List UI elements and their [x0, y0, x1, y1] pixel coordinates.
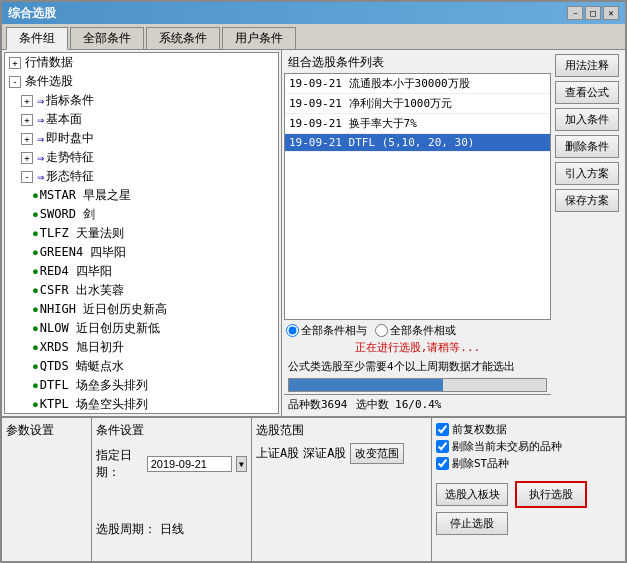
date-row: 指定日期： ▼: [96, 447, 247, 481]
action-area: 选股入板块 执行选股 停止选股: [436, 481, 621, 535]
expand-realtime[interactable]: +: [21, 133, 33, 145]
window-title: 综合选股: [8, 5, 56, 22]
checkbox-exclude-inactive[interactable]: [436, 440, 449, 453]
stock-count: 品种数3694: [288, 397, 348, 412]
buttons-column: 用法注释 查看公式 加入条件 删除条件 引入方案 保存方案: [551, 52, 623, 414]
date-label: 指定日期：: [96, 447, 143, 481]
stock-range-row: 上证A股 深证A股 改变范围: [256, 443, 427, 464]
radio-or[interactable]: 全部条件相或: [375, 323, 456, 338]
tree-item-dtfl[interactable]: ● DTFL 场垒多头排列: [5, 376, 278, 395]
tree-area[interactable]: + 行情数据 - 条件选股 + ⇒ 指标条件 + ⇒ 基本面: [4, 52, 279, 414]
tree-item-realtime[interactable]: + ⇒ 即时盘中: [5, 129, 278, 148]
condition-list-area: 组合选股条件列表 19-09-21 流通股本小于30000万股 19-09-21…: [284, 52, 551, 414]
checkbox-row-2: 剔除当前未交易的品种: [436, 439, 621, 454]
view-formula-button[interactable]: 查看公式: [555, 81, 619, 104]
progress-bar-fill: [289, 379, 443, 391]
expand-index[interactable]: +: [21, 95, 33, 107]
expand-condition-stock[interactable]: -: [9, 76, 21, 88]
expand-market-data[interactable]: +: [9, 57, 21, 69]
checkbox-row-3: 剔除ST品种: [436, 456, 621, 471]
tree-item-pattern[interactable]: - ⇒ 形态特征: [5, 167, 278, 186]
add-condition-button[interactable]: 加入条件: [555, 108, 619, 131]
right-panel: 组合选股条件列表 19-09-21 流通股本小于30000万股 19-09-21…: [282, 50, 625, 416]
expand-pattern[interactable]: -: [21, 171, 33, 183]
tree-label-nhigh: NHIGH 近日创历史新高: [40, 301, 167, 318]
tree-label-realtime: 即时盘中: [46, 130, 94, 147]
period-label: 选股周期：: [96, 521, 156, 538]
tree-item-nhigh[interactable]: ● NHIGH 近日创历史新高: [5, 300, 278, 319]
execute-button[interactable]: 执行选股: [515, 481, 587, 508]
main-content: + 行情数据 - 条件选股 + ⇒ 指标条件 + ⇒ 基本面: [2, 50, 625, 416]
tree-item-green4[interactable]: ● GREEN4 四毕阳: [5, 243, 278, 262]
condition-item-1[interactable]: 19-09-21 流通股本小于30000万股: [285, 74, 550, 94]
range-shenzhen: 深证A股: [303, 445, 346, 462]
tree-item-ktpl[interactable]: ● KTPL 场垒空头排列: [5, 395, 278, 414]
condition-item-2[interactable]: 19-09-21 净利润大于1000万元: [285, 94, 550, 114]
tree-label-condition-stock: 条件选股: [25, 73, 73, 90]
tree-label-trend: 走势特征: [46, 149, 94, 166]
expand-basic[interactable]: +: [21, 114, 33, 126]
radio-group: 全部条件相与 全部条件相或: [286, 323, 456, 338]
checkbox-row-1: 前复权数据: [436, 422, 621, 437]
radio-or-label: 全部条件相或: [390, 323, 456, 338]
tree-label-red4: RED4 四毕阳: [40, 263, 112, 280]
close-button[interactable]: ✕: [603, 6, 619, 20]
tree-label-pattern: 形态特征: [46, 168, 94, 185]
tree-item-qtds[interactable]: ● QTDS 蜻蜓点水: [5, 357, 278, 376]
param-title: 参数设置: [6, 422, 87, 439]
add-to-board-button[interactable]: 选股入板块: [436, 483, 508, 506]
tree-item-basic[interactable]: + ⇒ 基本面: [5, 110, 278, 129]
tree-item-index-condition[interactable]: + ⇒ 指标条件: [5, 91, 278, 110]
left-panel: + 行情数据 - 条件选股 + ⇒ 指标条件 + ⇒ 基本面: [2, 50, 282, 416]
save-plan-button[interactable]: 保存方案: [555, 189, 619, 212]
tab-all-conditions[interactable]: 全部条件: [70, 27, 144, 49]
condition-section-title: 条件设置: [96, 422, 247, 439]
radio-and[interactable]: 全部条件相与: [286, 323, 367, 338]
tree-item-market-data[interactable]: + 行情数据: [5, 53, 278, 72]
tree-label-green4: GREEN4 四毕阳: [40, 244, 127, 261]
date-dropdown-button[interactable]: ▼: [236, 456, 247, 472]
condition-list[interactable]: 19-09-21 流通股本小于30000万股 19-09-21 净利润大于100…: [284, 73, 551, 320]
right-top: 组合选股条件列表 19-09-21 流通股本小于30000万股 19-09-21…: [284, 52, 623, 414]
restore-button[interactable]: □: [585, 6, 601, 20]
checkbox-exclude-st-label: 剔除ST品种: [452, 456, 509, 471]
stop-button[interactable]: 停止选股: [436, 512, 508, 535]
tree-label-qtds: QTDS 蜻蜓点水: [40, 358, 124, 375]
minimize-button[interactable]: －: [567, 6, 583, 20]
range-shanghai: 上证A股: [256, 445, 299, 462]
radio-and-input[interactable]: [286, 324, 299, 337]
expand-trend[interactable]: +: [21, 152, 33, 164]
checkbox-exclude-st[interactable]: [436, 457, 449, 470]
tree-label-tlfz: TLFZ 天量法则: [40, 225, 124, 242]
condition-section: 条件设置 指定日期： ▼ 选股周期： 日线: [92, 418, 252, 561]
tree-item-mstar[interactable]: ● MSTAR 早晨之星: [5, 186, 278, 205]
period-row: 选股周期： 日线: [96, 521, 247, 538]
condition-item-3[interactable]: 19-09-21 换手率大于7%: [285, 114, 550, 134]
bottom-status-bar: 品种数3694 选中数 16/0.4%: [284, 394, 551, 414]
tree-item-sword[interactable]: ● SWORD 剑: [5, 205, 278, 224]
delete-condition-button[interactable]: 删除条件: [555, 135, 619, 158]
tree-item-xrds[interactable]: ● XRDS 旭日初升: [5, 338, 278, 357]
condition-list-title: 组合选股条件列表: [284, 52, 551, 73]
condition-item-4[interactable]: 19-09-21 DTFL (5,10, 20, 30): [285, 134, 550, 152]
checkbox-pre-restore[interactable]: [436, 423, 449, 436]
tab-condition-group[interactable]: 条件组: [6, 27, 68, 50]
tab-user-conditions[interactable]: 用户条件: [222, 27, 296, 49]
tree-label-ktpl: KTPL 场垒空头排列: [40, 396, 148, 413]
tree-label-dtfl: DTFL 场垒多头排列: [40, 377, 148, 394]
tree-label-sword: SWORD 剑: [40, 206, 95, 223]
tree-item-tlfz[interactable]: ● TLFZ 天量法则: [5, 224, 278, 243]
date-input[interactable]: [147, 456, 232, 472]
tab-system-conditions[interactable]: 系统条件: [146, 27, 220, 49]
change-range-button[interactable]: 改变范围: [350, 443, 404, 464]
radio-or-input[interactable]: [375, 324, 388, 337]
import-plan-button[interactable]: 引入方案: [555, 162, 619, 185]
tree-item-condition-stock[interactable]: - 条件选股: [5, 72, 278, 91]
progress-bar-container: [288, 378, 547, 392]
tree-item-trend[interactable]: + ⇒ 走势特征: [5, 148, 278, 167]
tree-item-red4[interactable]: ● RED4 四毕阳: [5, 262, 278, 281]
warning-line: 公式类选股至少需要4个以上周期数据才能选出: [284, 357, 551, 376]
tree-item-nlow[interactable]: ● NLOW 近日创历史新低: [5, 319, 278, 338]
add-comment-button[interactable]: 用法注释: [555, 54, 619, 77]
tree-item-csfr[interactable]: ● CSFR 出水芙蓉: [5, 281, 278, 300]
